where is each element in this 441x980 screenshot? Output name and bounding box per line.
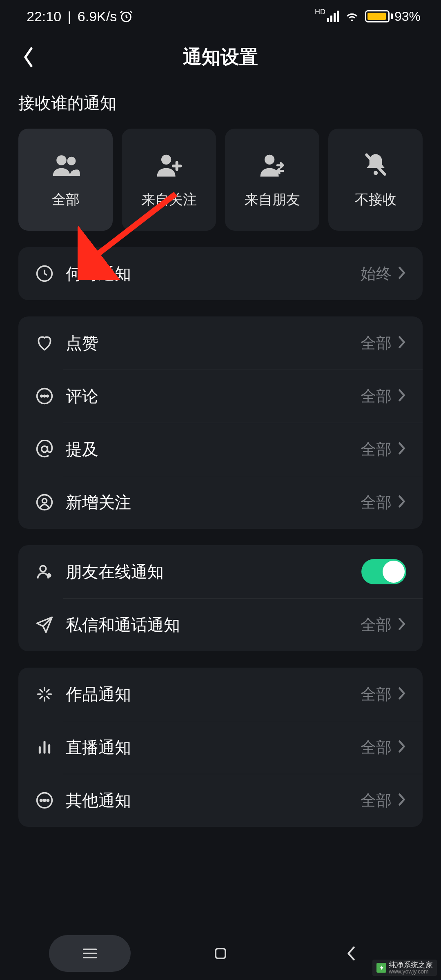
watermark: ✦ 纯净系统之家 www.yowjy.com — [372, 960, 437, 976]
heart-icon — [35, 333, 54, 353]
row-new-follower[interactable]: 新增关注 全部 — [18, 476, 423, 529]
row-label: 私信和通话通知 — [66, 614, 361, 636]
row-value: 全部 — [361, 439, 392, 460]
row-dm-call[interactable]: 私信和通话通知 全部 — [18, 598, 423, 651]
svg-point-22 — [44, 800, 45, 801]
row-mention[interactable]: 提及 全部 — [18, 423, 423, 476]
row-like[interactable]: 点赞 全部 — [18, 316, 423, 370]
row-live[interactable]: 直播通知 全部 — [18, 721, 423, 774]
group-content: 作品通知 全部 直播通知 全部 其他通知 全部 — [18, 668, 423, 827]
watermark-name: 纯净系统之家 — [389, 961, 433, 969]
svg-point-5 — [373, 171, 377, 175]
svg-rect-28 — [216, 949, 225, 958]
nav-home-button[interactable] — [180, 935, 261, 972]
page-title: 通知设置 — [183, 45, 258, 70]
choice-following[interactable]: 来自关注 — [122, 129, 216, 231]
choice-label: 不接收 — [355, 190, 396, 209]
wifi-icon — [345, 9, 359, 24]
sparkle-icon — [35, 684, 54, 704]
svg-point-12 — [42, 446, 48, 452]
person-status-icon — [35, 562, 54, 581]
row-friend-online[interactable]: 朋友在线通知 — [18, 545, 423, 598]
at-icon — [35, 439, 54, 459]
row-label: 其他通知 — [66, 789, 361, 812]
svg-point-4 — [264, 155, 274, 165]
row-other[interactable]: 其他通知 全部 — [18, 774, 423, 827]
header: 通知设置 — [0, 33, 441, 82]
chevron-right-icon — [397, 494, 406, 510]
svg-point-2 — [67, 157, 76, 165]
people-icon — [51, 150, 80, 179]
row-label: 提及 — [66, 438, 361, 461]
row-works[interactable]: 作品通知 全部 — [18, 668, 423, 721]
chevron-right-icon — [397, 266, 406, 281]
row-value: 全部 — [361, 684, 392, 705]
choice-all[interactable]: 全部 — [18, 129, 113, 231]
row-value: 全部 — [361, 737, 392, 758]
svg-point-23 — [47, 800, 49, 801]
bell-off-icon — [364, 150, 388, 179]
chevron-right-icon — [397, 793, 406, 808]
watermark-url: www.yowjy.com — [389, 969, 433, 974]
chevron-right-icon — [397, 441, 406, 457]
user-circle-icon — [35, 492, 54, 512]
alarm-icon — [119, 9, 133, 23]
back-button[interactable] — [16, 45, 41, 69]
row-label: 何时通知 — [66, 263, 361, 285]
row-value: 全部 — [361, 333, 392, 354]
row-label: 朋友在线通知 — [66, 561, 361, 583]
nav-menu-button[interactable] — [49, 935, 131, 972]
dots-icon — [35, 791, 54, 810]
row-label: 评论 — [66, 385, 361, 408]
comment-icon — [35, 386, 54, 406]
svg-point-9 — [41, 395, 42, 397]
bars-icon — [35, 737, 54, 757]
row-comment[interactable]: 评论 全部 — [18, 370, 423, 423]
status-time: 22:10 — [27, 9, 61, 24]
group-social: 朋友在线通知 私信和通话通知 全部 — [18, 545, 423, 651]
choice-label: 来自朋友 — [245, 190, 300, 209]
row-label: 新增关注 — [66, 491, 361, 514]
svg-point-21 — [40, 800, 42, 801]
row-when-notify[interactable]: 何时通知 始终 — [18, 247, 423, 300]
signal-icon: HD — [315, 11, 339, 22]
section-who-label: 接收谁的通知 — [0, 82, 441, 129]
row-value: 全部 — [361, 492, 392, 513]
chevron-right-icon — [397, 388, 406, 404]
row-value: 全部 — [361, 790, 392, 811]
svg-point-1 — [56, 155, 67, 165]
choice-label: 来自关注 — [141, 190, 197, 209]
row-label: 作品通知 — [66, 683, 361, 706]
status-left: 22:10 | 6.9K/s — [27, 9, 133, 24]
svg-point-3 — [161, 155, 171, 165]
group-interactions: 点赞 全部 评论 全部 提及 全部 新增关注 全部 — [18, 316, 423, 529]
row-value: 全部 — [361, 386, 392, 407]
svg-point-16 — [47, 573, 51, 578]
choice-label: 全部 — [52, 190, 80, 209]
who-choice-row: 全部 来自关注 来自朋友 不接收 — [0, 129, 441, 231]
person-swap-icon — [259, 150, 286, 179]
row-label: 直播通知 — [66, 736, 361, 759]
send-icon — [35, 615, 54, 635]
chevron-right-icon — [397, 739, 406, 755]
svg-point-10 — [44, 395, 45, 397]
battery-icon: 93% — [365, 9, 421, 24]
watermark-logo-icon: ✦ — [376, 963, 386, 973]
chevron-right-icon — [397, 335, 406, 351]
toggle-friend-online[interactable] — [361, 559, 406, 584]
clock-icon — [35, 264, 54, 283]
choice-none[interactable]: 不接收 — [328, 129, 423, 231]
svg-point-14 — [42, 499, 47, 503]
svg-point-11 — [47, 395, 49, 397]
status-speed: 6.9K/s — [78, 9, 117, 24]
svg-point-15 — [40, 566, 46, 572]
row-value: 全部 — [361, 615, 392, 635]
row-label: 点赞 — [66, 332, 361, 354]
chevron-right-icon — [397, 617, 406, 633]
group-when: 何时通知 始终 — [18, 247, 423, 300]
chevron-right-icon — [397, 686, 406, 702]
status-right: HD 93% — [315, 9, 421, 24]
person-add-icon — [156, 150, 183, 179]
row-value: 始终 — [361, 263, 392, 284]
choice-friends[interactable]: 来自朋友 — [225, 129, 319, 231]
